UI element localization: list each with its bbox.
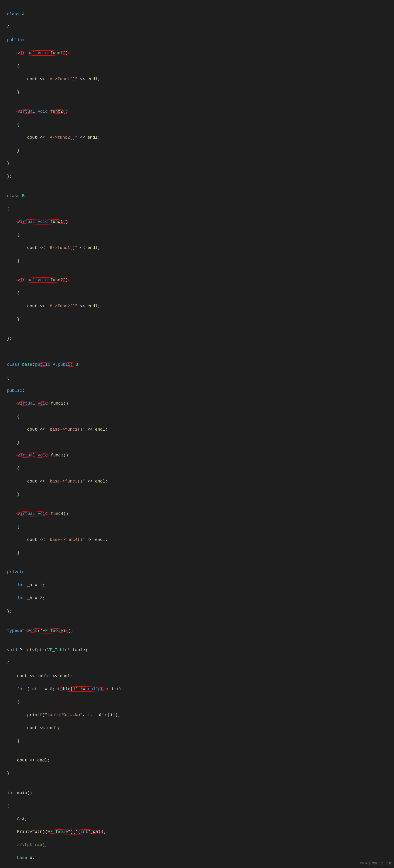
line-50: int _b = 2; [7, 595, 387, 601]
line-69: A a; [7, 816, 387, 822]
line-11: cout << "A->func2()" << endl; [7, 134, 387, 141]
line-2: { [7, 24, 387, 31]
line-6: cout << "A->func1()" << endl; [7, 76, 387, 83]
line-31: class base:public A,public B [7, 362, 387, 368]
line-46: } [7, 550, 387, 556]
watermark: CSDN @ 龙哥不是一只龟 [361, 861, 392, 866]
line-21: } [7, 258, 387, 264]
line-48: private: [7, 569, 387, 576]
line-23: virtual void func2() [7, 277, 387, 284]
line-24: { [7, 290, 387, 297]
line-1: class A [7, 11, 387, 18]
line-39: { [7, 465, 387, 472]
line-5: { [7, 63, 387, 69]
line-19: { [7, 232, 387, 238]
line-67: int main() [7, 790, 387, 796]
line-41: } [7, 491, 387, 498]
line-32: { [7, 375, 387, 381]
line-56: { [7, 660, 387, 666]
line-34: virtual void func1() [7, 400, 387, 407]
line-55: void Printvfptr(VF_Table* table) [7, 647, 387, 653]
line-25: cout << "B->func2()" << endl; [7, 303, 387, 310]
line-28: }; [7, 336, 387, 342]
line-9: virtual void func2() [7, 108, 387, 115]
line-64: cout << endl; [7, 757, 387, 764]
line-12: } [7, 148, 387, 154]
line-57: cout << table << endl; [7, 673, 387, 680]
line-26: } [7, 316, 387, 323]
line-51: }; [7, 608, 387, 615]
line-7: } [7, 89, 387, 96]
line-3: public: [7, 37, 387, 43]
line-44: { [7, 524, 387, 530]
line-58: for (int i = 0; table[i] != nullptr; i++… [7, 686, 387, 692]
line-61: cout << endl; [7, 725, 387, 732]
line-62: } [7, 738, 387, 744]
line-33: public: [7, 388, 387, 394]
line-13: } [7, 160, 387, 167]
line-20: cout << "B->func1()" << endl; [7, 245, 387, 251]
line-36: cout << "base->func1()" << endl; [7, 427, 387, 433]
line-16: class B [7, 193, 387, 199]
line-43: virtual void func4() [7, 510, 387, 517]
line-40: cout << "base->func3()" << endl; [7, 478, 387, 485]
line-4: virtual void func1() [7, 50, 387, 57]
line-53: typedef void(*VF_Table)(); [7, 628, 387, 634]
line-10: { [7, 121, 387, 128]
line-60: printf("table[%d]==%p", i, table[i]); [7, 712, 387, 718]
line-71: //vfptr(&a); [7, 842, 387, 848]
line-45: cout << "base->func4()" << endl; [7, 537, 387, 543]
line-65: } [7, 770, 387, 777]
line-35: { [7, 413, 387, 420]
line-72: base b; [7, 855, 387, 861]
line-68: { [7, 803, 387, 809]
code-block: class A { public: virtual void func1() {… [7, 5, 387, 868]
line-18: virtual void func1() [7, 219, 387, 225]
line-14: }; [7, 173, 387, 180]
line-49: int _a = 1; [7, 582, 387, 589]
line-70: Printvfptr((VF_Table*)(*(int*)&a)); [7, 829, 387, 835]
line-17: { [7, 206, 387, 212]
line-38: virtual void func3() [7, 452, 387, 459]
line-37: } [7, 439, 387, 446]
line-59: { [7, 699, 387, 705]
